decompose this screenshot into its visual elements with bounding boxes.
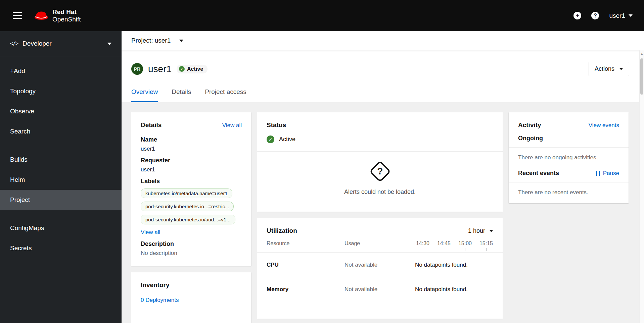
chevron-down-icon [489,230,493,232]
sidebar-item-project[interactable]: Project [0,190,122,210]
perspective-switcher[interactable]: </> Developer [0,31,122,56]
chevron-down-icon [629,14,633,17]
field-value-description: No description [141,250,242,257]
tab-overview[interactable]: Overview [131,88,158,102]
middle-column: Status ✓ Active ? Alerts could not be lo… [257,112,503,319]
status-badge-label: Active [187,66,203,72]
unknown-icon: ? [369,160,391,182]
activity-card: Activity View events Ongoing There are n… [509,112,629,203]
brand-text: Red Hat OpenShift [52,8,81,23]
user-menu[interactable]: user1 [609,12,633,19]
utilization-card-header: Utilization 1 hour [257,218,503,240]
recent-events-empty-message: There are no recent events. [509,182,629,203]
perspective-label: Developer [22,40,52,47]
sidebar-item-add[interactable]: +Add [0,61,122,81]
page-header-row: PR user1 ✓ Active Actions [131,62,629,76]
pause-label: Pause [603,170,619,177]
time-label: 15:00 [458,240,472,247]
sidebar-nav: +Add Topology Observe Search Builds Helm… [0,56,122,258]
field-value-name: user1 [141,146,242,152]
deployments-link[interactable]: 0 Deployments [141,297,179,303]
redhat-logo-icon [34,10,49,21]
inventory-card-title: Inventory [141,281,170,289]
duration-label: 1 hour [468,227,485,234]
question-mark-glyph: ? [377,166,383,177]
nav-toggle-button[interactable] [11,10,24,21]
view-events-link[interactable]: View events [589,122,619,129]
sidebar-item-helm[interactable]: Helm [0,170,122,190]
utilization-row-grid: CPU Not available No datapoints found. [257,262,503,268]
sidebar-item-configmaps[interactable]: ConfigMaps [0,218,122,238]
activity-card-header: Activity View events [509,112,629,135]
tab-project-access[interactable]: Project access [205,88,246,102]
utilization-card: Utilization 1 hour Resource Usage 14:30 [257,218,503,319]
vertical-scrollbar[interactable]: ▲ [639,50,644,323]
project-bar: Project: user1 [122,31,644,50]
status-card: Status ✓ Active ? Alerts could not be lo… [257,112,503,212]
time-label: 15:15 [479,240,493,247]
label-chip[interactable]: kubernetes.io/metadata.name=user1 [141,189,232,198]
tab-details[interactable]: Details [172,88,191,102]
details-card: Details View all Name user1 Requester us… [131,112,251,266]
brand-line1: Red Hat [52,8,81,16]
details-card-body: Name user1 Requester user1 Labels kubern… [131,136,251,266]
status-badge: ✓ Active [177,65,208,73]
pause-button[interactable]: Pause [596,170,619,177]
masthead: Red Hat OpenShift + ? user1 [0,0,644,31]
time-label: 14:45 [437,240,451,247]
right-column: Activity View events Ongoing There are n… [509,112,629,203]
sidebar-item-search[interactable]: Search [0,121,122,142]
project-selector-label: Project: user1 [131,37,171,44]
time-label: 14:30 [416,240,429,247]
scroll-up-arrow-icon[interactable]: ▲ [640,50,644,55]
status-card-title: Status [267,121,286,129]
project-resource-badge: PR [131,63,143,75]
scrollbar-thumb[interactable] [640,58,643,95]
tick-mark [444,248,444,251]
status-card-header: Status [257,112,503,135]
content-grid: Details View all Name user1 Requester us… [122,102,644,323]
resource-name: Memory [267,286,344,293]
details-card-title: Details [141,121,162,129]
help-button[interactable]: ? [591,12,599,19]
question-circle-icon: ? [591,12,599,19]
details-card-header: Details View all [131,112,251,135]
labels-view-all-link[interactable]: View all [141,229,160,236]
duration-dropdown[interactable]: 1 hour [468,227,493,234]
actions-dropdown[interactable]: Actions [589,62,629,76]
tick-mark [465,248,465,251]
column-header-usage: Usage [344,240,402,247]
add-button[interactable]: + [573,12,581,19]
inventory-card: Inventory 0 Deployments [131,272,251,323]
main-area: Project: user1 PR user1 ✓ Active Actions… [122,31,644,323]
check-circle-icon: ✓ [179,66,185,72]
check-circle-icon: ✓ [267,136,274,143]
chevron-down-icon [619,68,623,70]
column-header-resource: Resource [267,240,344,247]
field-name: Name user1 [141,136,242,152]
sidebar-item-builds[interactable]: Builds [0,150,122,170]
tabs: Overview Details Project access [131,88,629,102]
sidebar-item-topology[interactable]: Topology [0,81,122,101]
inventory-card-body: 0 Deployments [131,295,251,313]
label-chip[interactable]: pod-security.kubernetes.io...=restric... [141,202,234,211]
ongoing-label: Ongoing [518,135,543,142]
details-view-all-link[interactable]: View all [222,122,242,129]
brand-line2: OpenShift [52,16,81,23]
label-chip[interactable]: pod-security.kubernetes.io/aud...=v1... [141,215,235,224]
time-axis: 14:30 14:45 15:00 15:15 [415,240,494,251]
tick-mark [486,248,487,251]
sidebar-item-secrets[interactable]: Secrets [0,238,122,258]
time-tick: 15:15 [478,240,494,251]
nav-group: +Add Topology Observe Search [0,61,122,142]
utilization-card-title: Utilization [267,227,297,234]
status-row: ✓ Active [257,135,503,151]
time-tick: 15:00 [457,240,473,251]
utilization-axis: Resource Usage 14:30 14:45 15:00 [257,240,503,252]
field-label-requester: Requester [141,157,242,164]
time-tick: 14:30 [415,240,430,251]
project-selector[interactable]: Project: user1 [131,37,183,44]
sidebar-item-observe[interactable]: Observe [0,101,122,121]
resource-status: No datapoints found. [415,262,493,268]
username: user1 [609,12,625,19]
